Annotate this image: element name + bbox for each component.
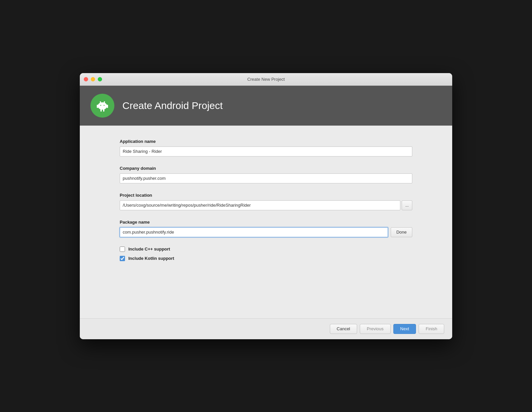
project-location-input[interactable] bbox=[120, 200, 400, 210]
package-name-group: Package name Done bbox=[120, 220, 412, 237]
maximize-button[interactable] bbox=[98, 77, 102, 81]
svg-rect-3 bbox=[107, 105, 108, 108]
svg-rect-2 bbox=[97, 105, 98, 108]
previous-button[interactable]: Previous bbox=[360, 324, 391, 334]
cpp-support-label: Include C++ support bbox=[128, 247, 170, 252]
cancel-button[interactable]: Cancel bbox=[330, 324, 357, 334]
dialog-content: Application name Company domain Project … bbox=[80, 126, 452, 318]
svg-rect-5 bbox=[103, 109, 104, 112]
dialog-header: Create Android Project bbox=[80, 86, 452, 126]
svg-rect-4 bbox=[100, 109, 102, 112]
app-name-group: Application name bbox=[120, 139, 412, 156]
cpp-support-item: Include C++ support bbox=[120, 247, 412, 252]
project-location-group: Project location ... bbox=[120, 193, 412, 210]
svg-point-11 bbox=[104, 101, 105, 103]
svg-point-10 bbox=[100, 101, 101, 103]
svg-point-6 bbox=[100, 105, 101, 106]
kotlin-support-checkbox[interactable] bbox=[120, 256, 125, 261]
dialog-title: Create Android Project bbox=[122, 100, 223, 111]
kotlin-support-item: Include Kotlin support bbox=[120, 256, 412, 261]
app-name-input[interactable] bbox=[120, 147, 412, 156]
window-controls bbox=[84, 77, 102, 81]
cpp-support-checkbox[interactable] bbox=[120, 247, 125, 252]
project-location-label: Project location bbox=[120, 193, 412, 198]
finish-button[interactable]: Finish bbox=[419, 324, 444, 334]
dialog-footer: Cancel Previous Next Finish bbox=[80, 318, 452, 339]
support-options: Include C++ support Include Kotlin suppo… bbox=[120, 247, 412, 261]
package-name-label: Package name bbox=[120, 220, 412, 225]
android-logo bbox=[90, 94, 114, 118]
company-domain-group: Company domain bbox=[120, 166, 412, 183]
package-name-input[interactable] bbox=[120, 227, 388, 237]
window-title: Create New Project bbox=[247, 77, 285, 82]
package-name-row: Done bbox=[120, 227, 412, 237]
company-domain-label: Company domain bbox=[120, 166, 412, 171]
next-button[interactable]: Next bbox=[393, 324, 416, 334]
main-window: Create New Project bbox=[80, 73, 452, 339]
browse-button[interactable]: ... bbox=[402, 200, 412, 210]
close-button[interactable] bbox=[84, 77, 88, 81]
android-icon bbox=[94, 97, 111, 114]
company-domain-input[interactable] bbox=[120, 173, 412, 183]
minimize-button[interactable] bbox=[91, 77, 95, 81]
app-name-label: Application name bbox=[120, 139, 412, 144]
svg-point-1 bbox=[98, 102, 107, 110]
title-bar: Create New Project bbox=[80, 73, 452, 86]
kotlin-support-label: Include Kotlin support bbox=[128, 256, 174, 261]
project-location-row: ... bbox=[120, 200, 412, 210]
done-button[interactable]: Done bbox=[391, 227, 412, 237]
svg-point-7 bbox=[104, 105, 105, 106]
